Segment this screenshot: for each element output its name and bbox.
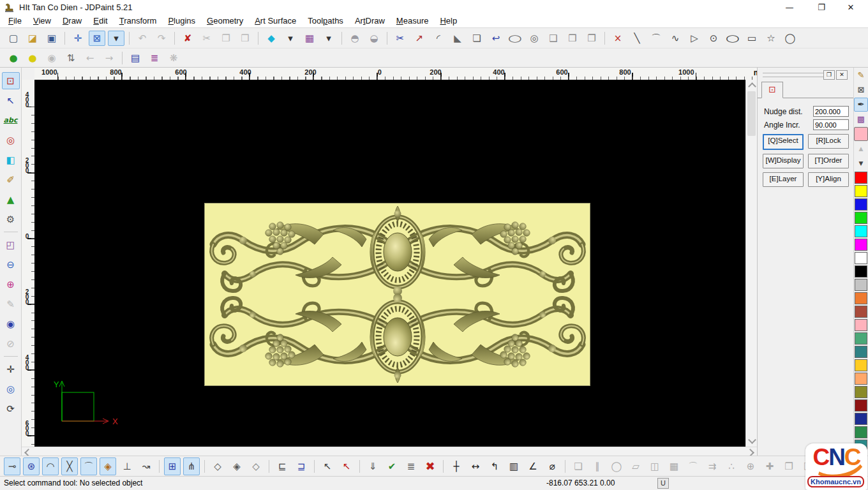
copy-translate-icon[interactable]: ❑	[545, 31, 562, 46]
menu-edit[interactable]: Edit	[87, 15, 113, 26]
swatch-magenta[interactable]	[855, 239, 867, 251]
minimize-button[interactable]: —	[779, 1, 800, 14]
snap-quadrant-icon[interactable]: ◈	[100, 457, 116, 475]
dim-rect-icon[interactable]: ▥	[505, 457, 522, 475]
lock-button[interactable]: [R]Lock	[808, 134, 849, 149]
menu-transform[interactable]: Transform	[114, 15, 163, 26]
relief-dome-b-icon[interactable]: ◒	[366, 31, 382, 46]
vertical-scrollbar[interactable]	[745, 80, 757, 447]
menu-artdraw[interactable]: ArtDraw	[349, 15, 391, 26]
profile-tool-icon[interactable]: ◎	[2, 131, 20, 149]
menu-help[interactable]: Help	[434, 15, 463, 26]
menu-file[interactable]: File	[3, 15, 27, 26]
snap-intersection-icon[interactable]: ╳	[61, 457, 78, 475]
swatch-maroon[interactable]	[855, 399, 867, 412]
dim-step-icon[interactable]: ↰	[486, 457, 503, 475]
relief-dome-a-icon[interactable]: ◓	[347, 31, 363, 46]
menu-toolpaths[interactable]: Toolpaths	[302, 15, 349, 26]
trim-icon[interactable]: ✂	[392, 31, 408, 46]
dim-point-icon[interactable]: ┼	[448, 457, 465, 475]
redraw-icon[interactable]: ⟳	[2, 400, 20, 417]
swatch-gold[interactable]	[855, 359, 867, 371]
scroll-down-icon[interactable]	[748, 436, 756, 444]
nudge-distance-input[interactable]	[813, 106, 849, 117]
draw-star-icon[interactable]: ☆	[763, 31, 779, 46]
dim-angle-icon[interactable]: ∠	[525, 457, 541, 475]
verify-curve-icon[interactable]: ✔	[384, 457, 400, 475]
unit-toggle-button[interactable]: U	[657, 478, 669, 489]
color-picker-icon[interactable]: ✒	[854, 98, 868, 112]
layer-list-icon[interactable]: ≣	[146, 50, 163, 66]
eye-view-icon[interactable]: ◉	[2, 315, 20, 332]
pick-quadrant-c-icon[interactable]: ◇	[248, 457, 264, 475]
current-color-swatch[interactable]	[854, 127, 868, 141]
layer-manager-icon[interactable]: ▤	[127, 50, 144, 66]
select-rect-dropdown-icon[interactable]: ▾	[108, 31, 124, 46]
draw-line-icon[interactable]: ╲	[629, 31, 645, 46]
menu-art-surface[interactable]: Art Surface	[249, 15, 302, 26]
snap-crosshair-icon[interactable]: ✛	[70, 31, 86, 46]
close-button[interactable]: ✕	[840, 1, 862, 14]
scroll-up-icon[interactable]	[748, 82, 756, 91]
pick-quadrant-b-icon[interactable]: ◈	[228, 457, 245, 475]
swatch-white[interactable]	[855, 252, 867, 264]
view-cube-icon[interactable]: ▦	[301, 31, 318, 46]
zoom-in-icon[interactable]: ⊕	[2, 276, 20, 293]
maximize-button[interactable]: ❐	[811, 1, 832, 14]
chamfer-icon[interactable]: ◣	[449, 31, 466, 46]
tab-select-properties[interactable]: ⊡	[761, 82, 783, 98]
draw-curve-icon[interactable]: ∿	[667, 31, 684, 46]
stack-bottom-icon[interactable]: ⊑	[274, 457, 290, 475]
swatch-peach[interactable]	[855, 373, 867, 385]
menu-draw[interactable]: Draw	[57, 15, 87, 26]
save-icon[interactable]: ▣	[43, 31, 60, 46]
nc-tool-icon[interactable]: ⚙	[2, 211, 20, 228]
move-by-vector-icon[interactable]: ⇓	[364, 457, 381, 475]
eraser-tool-icon[interactable]: ◧	[2, 151, 20, 168]
snap-perpendicular-icon[interactable]: ⊥	[119, 457, 135, 475]
layer-button[interactable]: [E]Layer	[763, 172, 804, 187]
delete-icon[interactable]: ✘	[179, 31, 196, 46]
vertical-scroll-thumb[interactable]	[747, 91, 756, 136]
menu-geometry[interactable]: Geometry	[201, 15, 249, 26]
pan-tool-icon[interactable]: ✛	[2, 360, 20, 378]
snap-tangent-icon[interactable]: ↝	[138, 457, 154, 475]
swatch-teal[interactable]	[855, 346, 867, 358]
swatch-pink[interactable]	[855, 319, 867, 331]
swatch-red[interactable]	[855, 172, 867, 184]
pick-add-icon[interactable]: ↖	[319, 457, 336, 475]
snap-endpoint-icon[interactable]: ⊸	[4, 457, 20, 475]
delete-object-icon[interactable]: ✖	[422, 457, 438, 475]
dim-diameter-icon[interactable]: ⌀	[544, 457, 560, 475]
zoom-out-icon[interactable]: ⊖	[2, 256, 20, 273]
pattern-fill-icon[interactable]: ▩	[854, 112, 868, 126]
menu-view[interactable]: View	[27, 15, 57, 26]
swatch-cyan[interactable]	[855, 225, 867, 237]
draw-point-icon[interactable]: ×	[610, 31, 626, 46]
slot-icon[interactable]: ○	[501, 31, 529, 46]
angle-increment-input[interactable]	[813, 119, 849, 130]
open-folder-icon[interactable]: ◪	[24, 31, 41, 46]
zoom-window-icon[interactable]: ◰	[2, 236, 20, 253]
swatch-olive[interactable]	[855, 386, 867, 398]
swatch-sea-green[interactable]	[855, 332, 867, 345]
copy-rotate-icon[interactable]: ❒	[564, 31, 581, 46]
swatch-brick[interactable]	[855, 306, 867, 318]
copy-scale-icon[interactable]: ❐	[583, 31, 600, 46]
snap-tangent-point-icon[interactable]: ◠	[42, 457, 59, 475]
draw-polyline-icon[interactable]: ▷	[686, 31, 703, 46]
offset-rect-icon[interactable]: ❏	[468, 31, 485, 46]
extend-icon[interactable]: ↗	[411, 31, 428, 46]
swatch-blue[interactable]	[855, 198, 867, 211]
relief-tool-icon[interactable]: ▲	[2, 191, 20, 208]
view-cube-dropdown-icon[interactable]: ▾	[320, 31, 337, 46]
display-button[interactable]: [W]Display	[763, 154, 804, 168]
pen-color-icon[interactable]: ✎	[854, 68, 868, 82]
snap-axis-icon[interactable]: ⋔	[183, 457, 200, 475]
select-tool-icon[interactable]: ⊡	[2, 72, 20, 89]
node-edit-tool-icon[interactable]: ↖	[2, 92, 20, 109]
palette-more-colors-icon[interactable]: ▼	[854, 156, 868, 170]
panel-close-button[interactable]: ✕	[836, 70, 848, 80]
menu-plugins[interactable]: Plugins	[162, 15, 201, 26]
snap-center-icon[interactable]: ⌒	[80, 457, 97, 475]
